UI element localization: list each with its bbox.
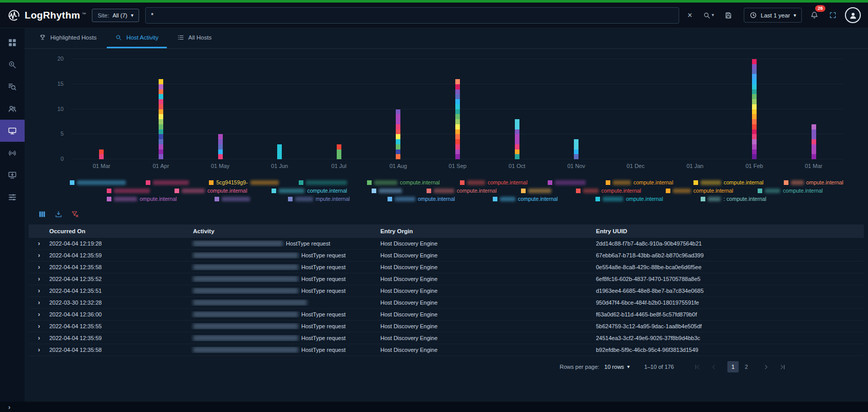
bar-segment <box>752 154 757 159</box>
legend-item[interactable]: compute.internal <box>427 188 497 194</box>
tab-all-hosts[interactable]: All Hosts <box>169 28 220 48</box>
row-expand-button[interactable]: › <box>29 276 47 282</box>
legend-item[interactable]: compute.internal <box>606 179 673 185</box>
table-row[interactable]: ›2022-04-04 12:19:28HostType requestHost… <box>29 238 864 250</box>
legend-item[interactable]: ompute.internal <box>595 196 663 202</box>
table-row[interactable]: ›2022-04-04 12:35:59HostType requestHost… <box>29 332 864 344</box>
chart-x-axis: 01 Mar01 Apr01 May01 Jun01 Jul01 Aug01 S… <box>72 163 843 169</box>
search-bar[interactable] <box>145 7 679 24</box>
legend-item[interactable]: 5cg94159g9- <box>209 179 278 185</box>
legend-color-chip <box>758 189 762 193</box>
table-row[interactable]: ›2022-04-04 12:35:55HostType requestHost… <box>29 321 864 332</box>
search-options-button[interactable]: ▾ <box>701 9 717 22</box>
chart-bar[interactable] <box>812 124 816 159</box>
legend-item[interactable] <box>372 189 402 193</box>
chart-bar[interactable] <box>396 109 400 160</box>
legend-item[interactable]: mpute.internal <box>288 196 350 202</box>
legend-item[interactable]: compute.internal <box>367 179 440 185</box>
site-filter-button[interactable]: Site: All (7) ▾ <box>92 9 139 22</box>
sidebar-item-hosts[interactable] <box>0 120 25 142</box>
row-expand-button[interactable]: › <box>29 347 47 353</box>
legend-item[interactable] <box>215 197 250 201</box>
choose-columns-button[interactable] <box>38 210 46 218</box>
legend-item[interactable]: compute.internal <box>272 188 347 194</box>
time-range-button[interactable]: Last 1 year ▾ <box>744 8 802 23</box>
entry-uuid-cell: d1963ee4-6685-48e8-8be7-ba7c834e0685 <box>594 288 864 294</box>
sidebar-expand-button[interactable]: › <box>8 404 10 410</box>
user-avatar-button[interactable] <box>845 7 861 23</box>
export-button[interactable] <box>54 210 63 218</box>
row-expand-button[interactable]: › <box>29 264 47 270</box>
row-expand-button[interactable]: › <box>29 288 47 294</box>
chart-bar[interactable] <box>337 144 341 159</box>
legend-item[interactable]: compute.internal <box>758 188 823 194</box>
chart-bar[interactable] <box>455 79 460 159</box>
table-row[interactable]: ›2022-04-04 12:36:00HostType requestHost… <box>29 309 864 321</box>
sidebar-item-entities[interactable] <box>0 98 25 120</box>
notifications-button[interactable]: 26 <box>808 9 821 22</box>
bar-segment <box>455 99 460 104</box>
legend-item[interactable]: ompute.internal <box>784 179 843 185</box>
legend-item[interactable]: compute.internal <box>666 188 734 194</box>
clear-filters-button[interactable] <box>71 210 79 218</box>
rows-per-page-value: 10 rows <box>604 364 624 370</box>
chart-bar[interactable] <box>277 144 282 159</box>
sidebar-item-searches[interactable] <box>0 76 25 98</box>
legend-item[interactable] <box>107 189 150 193</box>
sidebar-item-administration[interactable] <box>0 186 25 208</box>
last-page-button[interactable] <box>777 361 788 372</box>
table-row[interactable]: ›2022-04-04 12:35:58HostType requestHost… <box>29 261 864 273</box>
save-search-button[interactable] <box>722 9 735 22</box>
rows-per-page-select[interactable]: 10 rows ▾ <box>604 364 630 370</box>
sidebar-item-dashboards[interactable] <box>0 31 25 53</box>
table-row[interactable]: ›2022-04-04 12:35:52HostType requestHost… <box>29 273 864 285</box>
legend-item[interactable] <box>548 180 586 185</box>
next-page-button[interactable] <box>760 361 771 372</box>
clear-search-button[interactable]: × <box>685 9 694 22</box>
legend-item[interactable]: compute.internal <box>693 179 764 185</box>
row-expand-button[interactable]: › <box>29 323 47 329</box>
row-expand-button[interactable]: › <box>29 335 47 341</box>
previous-page-button[interactable] <box>708 361 719 372</box>
row-expand-button[interactable]: › <box>29 252 47 258</box>
table-row[interactable]: ›2022-04-04 12:35:59HostType requestHost… <box>29 250 864 261</box>
sidebar-item-deployment-monitor[interactable] <box>0 164 25 186</box>
chart-bar[interactable] <box>99 149 104 160</box>
page-button-1[interactable]: 1 <box>727 361 739 372</box>
legend-item[interactable] <box>299 180 347 185</box>
legend-item[interactable]: compute.internal <box>460 179 528 185</box>
tab-highlighted-hosts[interactable]: Highlighted Hosts <box>31 28 105 48</box>
row-expand-button[interactable]: › <box>29 311 47 317</box>
bar-segment <box>574 139 578 149</box>
legend-item[interactable] <box>70 180 126 185</box>
table-row[interactable]: ›2022-03-30 12:32:28Host Discovery Engin… <box>29 297 864 309</box>
legend-item[interactable]: compute.internal <box>493 196 558 202</box>
legend-item[interactable]: compute.internal <box>576 188 641 194</box>
search-input[interactable] <box>151 11 673 19</box>
legend-item[interactable] <box>146 180 189 185</box>
logrhythm-logo[interactable]: LogRhythm ™ <box>7 9 86 22</box>
tab-host-activity[interactable]: Host Activity <box>107 28 167 48</box>
fullscreen-button[interactable] <box>827 9 839 21</box>
chart-bar[interactable] <box>159 79 163 159</box>
chart-bar[interactable] <box>218 134 223 159</box>
occurred-on-cell: 2022-04-04 12:35:51 <box>47 288 191 294</box>
chart-bar[interactable] <box>574 139 578 159</box>
row-expand-button[interactable]: › <box>29 299 47 306</box>
table-row[interactable]: ›2022-04-04 12:35:51HostType requestHost… <box>29 285 864 297</box>
sidebar-item-network-monitors[interactable] <box>0 142 25 164</box>
activity-cell: HostType request <box>191 323 378 329</box>
legend-item[interactable]: ompute.internal <box>388 196 455 202</box>
legend-item[interactable]: ompute.internal <box>107 196 177 202</box>
table-row[interactable]: ›2022-04-04 12:35:58HostType requestHost… <box>29 344 864 356</box>
first-page-button[interactable] <box>691 361 703 372</box>
legend-item[interactable]: : compute.internal <box>701 196 766 202</box>
sidebar-item-analyze[interactable] <box>0 53 25 76</box>
page-button-2[interactable]: 2 <box>741 361 752 372</box>
chart-bar[interactable] <box>752 59 757 159</box>
legend-item[interactable]: compute.internal <box>175 188 247 194</box>
row-expand-button[interactable]: › <box>29 240 47 247</box>
chart-bar[interactable] <box>515 119 519 159</box>
monitor-icon <box>8 126 17 136</box>
legend-item[interactable] <box>521 189 551 193</box>
